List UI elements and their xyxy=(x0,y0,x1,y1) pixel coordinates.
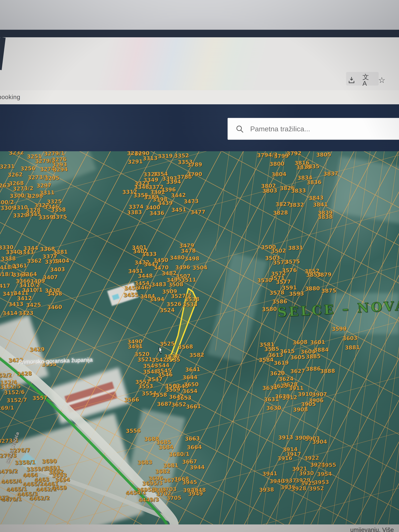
parcel-label: 3313 xyxy=(143,155,158,162)
parcel-label: 3496 xyxy=(175,264,190,271)
parcel-label: 3407 xyxy=(43,274,58,281)
parcel-label: 3256 xyxy=(20,165,35,172)
parcel-label: 3494 xyxy=(149,296,165,303)
search-input[interactable] xyxy=(250,125,399,133)
parcel-label: 3473 xyxy=(184,198,199,205)
monitor-bezel xyxy=(0,0,399,30)
parcel-label: 3831 xyxy=(288,245,303,251)
parcel-label: 3568 xyxy=(178,343,193,350)
parcel-label: 3800 xyxy=(269,160,285,167)
parcel-label: 3152/2 xyxy=(0,372,12,379)
parcel-label: 3480 xyxy=(170,254,185,261)
parcel-label: 3580 xyxy=(262,306,277,313)
parcel-label: 3667 xyxy=(182,458,197,465)
parcel-label: 3414 xyxy=(2,310,18,317)
cadastral-map-viewport[interactable]: 323232513279/132843290379238053794/23799… xyxy=(0,151,399,525)
cookie-notice-text[interactable]: umijevanju. Više xyxy=(350,526,394,532)
cookie-notice-bar: umijevanju. Više xyxy=(0,525,399,532)
parcel-label: 3922 xyxy=(304,455,319,462)
parcel-label: 3790 xyxy=(187,171,202,178)
parcel-label: 3498 xyxy=(184,255,199,262)
parcel-label: 3900 xyxy=(295,434,310,441)
parcel-label: 4465/4 xyxy=(1,478,22,485)
parcel-label: 3690 xyxy=(42,458,57,465)
parcel-label: 3650 xyxy=(184,381,199,388)
parcel-label: 3838 xyxy=(318,214,333,220)
favorites-star-icon[interactable]: ☆ xyxy=(378,76,386,84)
parcel-label: 3526 xyxy=(166,301,182,308)
parcel-label: 3364 xyxy=(22,271,37,278)
parcel-label: 3521 xyxy=(137,356,152,363)
parcel-label: 3329 xyxy=(13,212,28,219)
screen-photo: 文A ☆ booking xyxy=(0,0,399,532)
parcel-label: 3586 xyxy=(272,298,287,305)
parcel-label: 3608 xyxy=(292,339,308,346)
parcel-label: 3945 xyxy=(182,479,197,486)
parcel-label: 3460 xyxy=(47,304,62,310)
parcel-label: 3556 xyxy=(126,427,141,434)
parcel-label: 3695/3 xyxy=(142,480,163,487)
parcel-label: 3511 xyxy=(181,277,196,283)
parcel-label: 4462/2 xyxy=(29,495,50,502)
parcel-label: 3358/1 xyxy=(15,459,35,466)
parcel-label: 3841 xyxy=(313,201,328,208)
parcel-label: 3803 xyxy=(262,187,277,194)
parcel-label: 3634 xyxy=(262,385,277,391)
parcel-label: 3835 xyxy=(304,163,320,170)
parcel-label: 3502 xyxy=(271,247,286,254)
parcel-label: 3888 xyxy=(320,368,335,374)
parcel-label: 3833 xyxy=(291,187,306,194)
parcel-label: 3525 xyxy=(160,341,175,347)
parcel-label: 3477 xyxy=(190,209,205,215)
parcel-label: 3953 xyxy=(314,479,329,486)
parcel-label: 3605 xyxy=(290,354,305,361)
parcel-label: 3456 xyxy=(124,285,139,291)
parcel-label: 3436 xyxy=(149,210,165,217)
parcel-label: 3910 xyxy=(298,391,313,398)
parcel-label: 3799 xyxy=(274,153,289,159)
parcel-label: 3792 xyxy=(286,151,302,157)
smart-search-box[interactable] xyxy=(228,118,399,140)
parcel-label: 3403 xyxy=(50,266,65,273)
parcel-label: 3837 xyxy=(323,170,338,177)
screen-reflection xyxy=(0,37,399,90)
parcel-label: 3455 xyxy=(123,291,139,298)
parcel-label: 3348 xyxy=(134,184,149,190)
bookmark-item[interactable]: booking xyxy=(0,93,20,101)
parcel-label: 3394 xyxy=(166,178,181,185)
parcel-label: 3557 xyxy=(32,395,47,401)
parcel-label: 3429 xyxy=(30,346,45,353)
download-icon[interactable] xyxy=(347,76,356,84)
parcel-label: 3524 xyxy=(160,307,175,314)
parcel-label: 3418/1 xyxy=(0,271,14,278)
parcel-label: 3291 xyxy=(128,158,143,165)
parcel-label: 3687 xyxy=(157,401,172,407)
parcel-label: 3904 xyxy=(312,439,327,445)
parcel-label: 3458 xyxy=(47,290,62,297)
parcel-label: 3417 xyxy=(0,283,10,289)
parcel-label: 3383 xyxy=(127,209,142,216)
parcel-label: 269/1 xyxy=(0,405,14,412)
parcel-label: 3952 xyxy=(309,485,324,492)
parcel-label: 3680/1 xyxy=(169,451,190,458)
translate-icon[interactable]: 文A xyxy=(362,76,371,84)
parcel-label: 3832 xyxy=(289,202,304,208)
parcel-label: 3362 xyxy=(27,258,42,264)
parcel-label: 4454/1 xyxy=(126,489,146,496)
parcel-label: 3954 xyxy=(317,471,332,477)
parcel-label: 3451 xyxy=(171,206,186,213)
parcel-label: 3938 xyxy=(259,486,274,493)
parcel-label: 3584 xyxy=(259,356,274,363)
parcel-label: 3885 xyxy=(306,353,321,360)
parcel-label: 3937 xyxy=(281,477,297,484)
parcel-label: 3631 xyxy=(264,396,279,403)
parcel-label: 3681 xyxy=(163,462,178,469)
parcel-label: 3566 xyxy=(124,396,139,403)
parcel-label: 3358 xyxy=(51,206,66,213)
parcel-label: 3653 xyxy=(177,395,191,401)
parcel-label: 3661 xyxy=(186,403,201,410)
browser-window-top xyxy=(0,30,399,37)
parcel-label: 3343 xyxy=(19,249,34,256)
parcel-label: 3338 xyxy=(1,255,16,262)
parcel-label: 4459 xyxy=(52,485,67,491)
